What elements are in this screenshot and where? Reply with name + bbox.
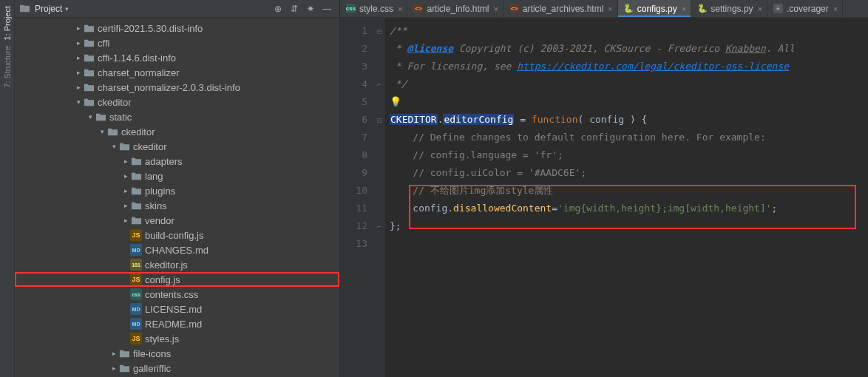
expand-all-icon[interactable]: ⇵ bbox=[286, 4, 302, 14]
tree-item[interactable]: ▾static bbox=[15, 109, 339, 124]
line-number: 2 bbox=[340, 40, 367, 58]
tree-item[interactable]: ▸cffi bbox=[15, 35, 339, 50]
fold-marker[interactable]: ⊟ bbox=[373, 22, 385, 40]
tree-item[interactable]: ▸galleriffic bbox=[15, 361, 339, 376]
tree-item[interactable]: ▸charset_normalizer bbox=[15, 65, 339, 80]
tree-item[interactable]: ▸charset_normalizer-2.0.3.dist-info bbox=[15, 80, 339, 95]
tree-item[interactable]: ▸MDREADME.md bbox=[15, 316, 339, 331]
tree-item[interactable]: ▸lang bbox=[15, 169, 339, 183]
editor-tab[interactable]: cssstyle.css× bbox=[340, 0, 407, 17]
hide-icon[interactable]: — bbox=[319, 4, 335, 14]
tree-item[interactable]: ▸cffi-1.14.6.dist-info bbox=[15, 50, 339, 65]
tree-item[interactable]: ▸csscontents.css bbox=[15, 287, 339, 302]
gear-icon[interactable]: ✷ bbox=[302, 4, 319, 14]
folder-icon bbox=[83, 22, 95, 34]
close-icon[interactable]: × bbox=[833, 4, 838, 13]
file-icon: JS bbox=[130, 333, 142, 344]
chevron-right-icon[interactable]: ▸ bbox=[121, 187, 130, 194]
tree-item[interactable]: ▸plugins bbox=[15, 183, 339, 198]
tree-item-label: README.md bbox=[145, 319, 202, 330]
locate-icon[interactable]: ⊕ bbox=[270, 4, 286, 14]
code-editor[interactable]: 12345678910111213 ⊟⌐⊟⌐ /** * @license Co… bbox=[340, 18, 868, 377]
project-tree[interactable]: ▸certifi-2021.5.30.dist-info▸cffi▸cffi-1… bbox=[15, 18, 339, 377]
tree-item[interactable]: ▸JSconfig.js bbox=[15, 272, 339, 287]
tree-item[interactable]: ▸MDLICENSE.md bbox=[15, 302, 339, 316]
fold-marker[interactable] bbox=[373, 164, 385, 182]
tree-item[interactable]: ▾ckeditor bbox=[15, 124, 339, 139]
chevron-right-icon[interactable]: ▸ bbox=[121, 172, 130, 180]
chevron-right-icon[interactable]: ▸ bbox=[74, 84, 83, 91]
chevron-right-icon[interactable]: ▸ bbox=[121, 202, 130, 209]
fold-marker[interactable] bbox=[373, 200, 385, 217]
fold-marker[interactable] bbox=[373, 182, 385, 200]
chevron-down-icon[interactable]: ▾ bbox=[98, 128, 106, 135]
file-type-icon: <> bbox=[413, 4, 423, 13]
chevron-right-icon[interactable]: ▸ bbox=[109, 350, 118, 357]
chevron-right-icon[interactable]: ▸ bbox=[74, 24, 83, 32]
fold-marker[interactable] bbox=[373, 93, 385, 111]
chevron-right-icon[interactable]: ▸ bbox=[74, 69, 83, 76]
close-icon[interactable]: × bbox=[398, 4, 402, 13]
close-icon[interactable]: × bbox=[608, 4, 612, 13]
fold-marker[interactable] bbox=[373, 235, 385, 253]
fold-marker[interactable]: ⌐ bbox=[373, 217, 385, 235]
tree-item-label: ckeditor bbox=[98, 97, 132, 108]
fold-marker[interactable]: ⊟ bbox=[373, 111, 385, 129]
tree-item-label: cffi bbox=[98, 38, 109, 49]
editor-tab[interactable]: <>article_archives.html× bbox=[503, 0, 618, 17]
chevron-right-icon[interactable]: ▸ bbox=[121, 157, 130, 165]
editor-tab[interactable]: <>article_info.html× bbox=[407, 0, 503, 17]
line-number: 7 bbox=[340, 129, 367, 146]
fold-marker[interactable] bbox=[373, 146, 385, 164]
tab-label: style.css bbox=[359, 4, 393, 14]
tree-item[interactable]: ▸MDCHANGES.md bbox=[15, 242, 339, 257]
tree-item-label: build-config.js bbox=[145, 230, 204, 241]
fold-marker[interactable]: ⌐ bbox=[373, 75, 385, 93]
chevron-down-icon[interactable]: ▾ bbox=[74, 98, 83, 106]
file-icon: css bbox=[130, 288, 142, 300]
tree-item[interactable]: ▸101ckeditor.js bbox=[15, 257, 339, 272]
toolwindow-project[interactable]: 1: Project bbox=[3, 3, 12, 43]
close-icon[interactable]: × bbox=[494, 4, 498, 13]
fold-marker[interactable] bbox=[373, 40, 385, 58]
intention-bulb-icon[interactable]: 💡 bbox=[390, 96, 401, 107]
line-number-gutter: 12345678910111213 bbox=[340, 18, 373, 377]
chevron-right-icon[interactable]: ▸ bbox=[109, 364, 118, 372]
tree-item[interactable]: ▸skins bbox=[15, 198, 339, 213]
tree-item[interactable]: ▸vendor bbox=[15, 213, 339, 228]
fold-marker[interactable] bbox=[373, 129, 385, 146]
line-number: 13 bbox=[340, 235, 367, 253]
close-icon[interactable]: × bbox=[758, 4, 762, 13]
line-number: 4 bbox=[340, 75, 367, 93]
line-number: 1 bbox=[340, 22, 367, 40]
editor-tab[interactable]: 🐍settings.py× bbox=[691, 0, 767, 17]
tree-item[interactable]: ▸JSbuild-config.js bbox=[15, 228, 339, 242]
editor-area: cssstyle.css×<>article_info.html×<>artic… bbox=[340, 0, 868, 377]
editor-tab[interactable]: 🐍configs.py× bbox=[618, 0, 691, 17]
file-icon: MD bbox=[130, 244, 142, 256]
close-icon[interactable]: × bbox=[682, 4, 686, 13]
chevron-down-icon[interactable]: ▾ bbox=[109, 143, 118, 150]
chevron-right-icon[interactable]: ▸ bbox=[121, 217, 130, 224]
tree-item[interactable]: ▸file-icons bbox=[15, 346, 339, 361]
tree-item[interactable]: ▾ckeditor bbox=[15, 139, 339, 154]
chevron-right-icon[interactable]: ▸ bbox=[74, 54, 83, 61]
line-number: 12 bbox=[340, 217, 367, 235]
chevron-right-icon[interactable]: ▸ bbox=[74, 39, 83, 47]
editor-tab[interactable]: ≡.coverager× bbox=[767, 0, 843, 17]
code-content[interactable]: /** * @license Copyright (c) 2003-2021, … bbox=[385, 18, 868, 377]
line-number: 10 bbox=[340, 182, 367, 200]
panel-title[interactable]: Project bbox=[35, 4, 62, 14]
toolwindow-structure[interactable]: 7: Structure bbox=[3, 43, 12, 91]
tree-item[interactable]: ▸JSstyles.js bbox=[15, 331, 339, 346]
folder-icon bbox=[130, 200, 142, 211]
chevron-down-icon[interactable]: ▾ bbox=[86, 113, 95, 120]
tree-item[interactable]: ▸certifi-2021.5.30.dist-info bbox=[15, 21, 339, 35]
fold-marker[interactable] bbox=[373, 58, 385, 75]
panel-dropdown-icon[interactable]: ▾ bbox=[65, 5, 69, 13]
folder-icon bbox=[83, 96, 95, 108]
line-number: 6 bbox=[340, 111, 367, 129]
tree-item[interactable]: ▾ckeditor bbox=[15, 95, 339, 109]
tree-item[interactable]: ▸adapters bbox=[15, 154, 339, 169]
tree-item-label: charset_normalizer bbox=[98, 67, 180, 78]
